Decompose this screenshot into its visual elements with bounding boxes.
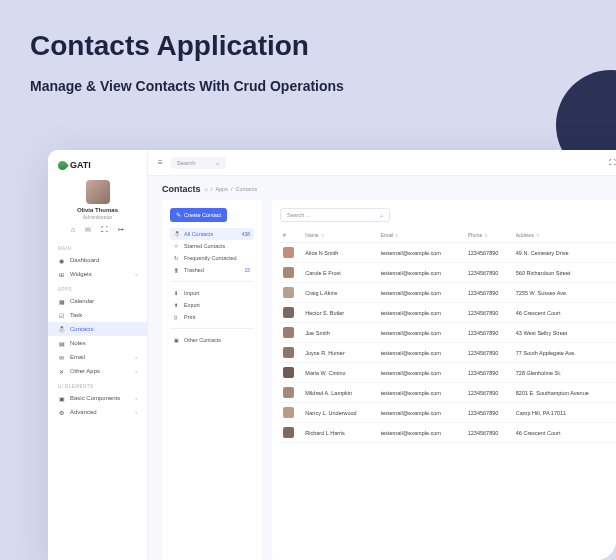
cell-phone: 1234567890 <box>465 383 513 403</box>
folder-icon: ▣ <box>174 337 180 343</box>
cell-phone: 1234567890 <box>465 343 513 363</box>
filter-starred[interactable]: ☆Starred Contacts <box>170 240 254 252</box>
import-icon: ⬇ <box>174 290 180 296</box>
table-row[interactable]: Maria W. Ciminotestemail@example.com1234… <box>280 363 616 383</box>
search-placeholder: Search… <box>287 212 310 218</box>
widgets-icon: ⊞ <box>58 271 65 278</box>
filter-label: Starred Contacts <box>184 243 225 249</box>
user-icon[interactable]: ⌂ <box>71 226 75 234</box>
filter-import[interactable]: ⬇Import <box>170 287 254 299</box>
nav-contacts[interactable]: ⛄Contacts <box>48 322 147 336</box>
nav-advanced[interactable]: ⚙Advanced› <box>48 405 147 419</box>
cell-phone: 1234567890 <box>465 423 513 443</box>
table-row[interactable]: Craig L Akinstestemail@example.com123456… <box>280 283 616 303</box>
export-icon: ⬆ <box>174 302 180 308</box>
top-search[interactable]: Search ⌕ <box>171 157 226 169</box>
cell-phone: 1234567890 <box>465 263 513 283</box>
nav-section-ui: UI ELEMENTS <box>48 378 147 391</box>
nav-widgets[interactable]: ⊞Widgets› <box>48 267 147 281</box>
nav-basic-components[interactable]: ▣Basic Components› <box>48 391 147 405</box>
crumb-home[interactable]: ⌂ <box>205 186 208 192</box>
hamburger-icon[interactable]: ≡ <box>158 158 163 167</box>
page-title: Contacts <box>162 184 201 194</box>
calendar-icon: ▦ <box>58 298 65 305</box>
profile-name: Olivia Thomas <box>48 207 147 213</box>
col-email[interactable]: Email⇅ <box>378 228 465 243</box>
contacts-icon: ⛄ <box>58 326 65 333</box>
nav-label: Email <box>70 354 85 360</box>
col-address[interactable]: Address⇅ <box>513 228 616 243</box>
nav-notes[interactable]: ▤Notes <box>48 336 147 350</box>
filter-count: 438 <box>242 231 250 237</box>
cell-name: Maria W. Cimino <box>302 363 377 383</box>
nav-label: Widgets <box>70 271 92 277</box>
table-row[interactable]: Mildred A. Lampkintestemail@example.com1… <box>280 383 616 403</box>
filter-label: Import <box>184 290 200 296</box>
nav-dashboard[interactable]: ◉Dashboard <box>48 253 147 267</box>
breadcrumb: ⌂ / Apps / Contacts <box>205 186 258 192</box>
nav-task[interactable]: ☑Task <box>48 308 147 322</box>
star-icon: ☆ <box>174 243 180 249</box>
contacts-table-panel: Search… ⌕ # Name⇅ Email⇅ Phone⇅ Address⇅… <box>272 200 616 560</box>
cell-address: 77 South Applegate Ave. <box>513 343 616 363</box>
nav-email[interactable]: ✉Email› <box>48 350 147 364</box>
create-contact-button[interactable]: ✎ Create Contact <box>170 208 227 222</box>
filter-frequent[interactable]: ↻Frequently Contacted <box>170 252 254 264</box>
apps-icon: ✕ <box>58 368 65 375</box>
col-phone[interactable]: Phone⇅ <box>465 228 513 243</box>
cell-address: 46 Crescent Court <box>513 423 616 443</box>
filter-trashed[interactable]: 🗑Trashed15 <box>170 264 254 276</box>
avatar[interactable] <box>86 180 110 204</box>
hero-title: Contacts Application <box>30 30 309 62</box>
cell-email: testemail@example.com <box>378 423 465 443</box>
table-row[interactable]: Richard L Harristestemail@example.com123… <box>280 423 616 443</box>
profile: Olivia Thomas Administrator ⌂ ✉ ⛶ ↦ <box>48 176 147 240</box>
content-body: ✎ Create Contact ⛄All Contacts438 ☆Starr… <box>148 200 616 560</box>
table-row[interactable]: Hector S. Butlertestemail@example.com123… <box>280 303 616 323</box>
cell-email: testemail@example.com <box>378 303 465 323</box>
nav-label: Calendar <box>70 298 94 304</box>
cell-phone: 1234567890 <box>465 363 513 383</box>
nav-other-apps[interactable]: ✕Other Apps› <box>48 364 147 378</box>
topbar: ≡ Search ⌕ ⛶ ⊞ ✉ ♤ <box>148 150 616 176</box>
cell-address: 8201 E. Southampton Avenue <box>513 383 616 403</box>
cell-name: Nancy L. Underwood <box>302 403 377 423</box>
mail-icon[interactable]: ✉ <box>85 226 91 234</box>
sort-icon: ⇅ <box>536 233 539 238</box>
table-row[interactable]: Joe Smithtestemail@example.com1234567890… <box>280 323 616 343</box>
table-row[interactable]: Carole E Frosttestemail@example.com12345… <box>280 263 616 283</box>
lock-icon[interactable]: ⛶ <box>101 226 108 234</box>
cell-email: testemail@example.com <box>378 343 465 363</box>
logout-icon[interactable]: ↦ <box>118 226 124 234</box>
filter-print[interactable]: ⎙Print <box>170 311 254 323</box>
cell-email: testemail@example.com <box>378 243 465 263</box>
cell-address: 46 Crescent Court <box>513 303 616 323</box>
crumb-apps[interactable]: Apps <box>215 186 228 192</box>
nav-calendar[interactable]: ▦Calendar <box>48 294 147 308</box>
filter-other[interactable]: ▣Other Contacts <box>170 334 254 346</box>
search-icon: ⌕ <box>216 160 220 166</box>
cell-email: testemail@example.com <box>378 263 465 283</box>
cell-phone: 1234567890 <box>465 283 513 303</box>
nav-label: Other Apps <box>70 368 100 374</box>
col-num[interactable]: # <box>280 228 302 243</box>
cell-email: testemail@example.com <box>378 323 465 343</box>
table-row[interactable]: Joyce R. Huntertestemail@example.com1234… <box>280 343 616 363</box>
col-name[interactable]: Name⇅ <box>302 228 377 243</box>
filter-all[interactable]: ⛄All Contacts438 <box>170 228 254 240</box>
sidebar: GATI Olivia Thomas Administrator ⌂ ✉ ⛶ ↦… <box>48 150 148 560</box>
create-label: Create Contact <box>184 212 221 218</box>
row-avatar <box>283 367 294 378</box>
notes-icon: ▤ <box>58 340 65 347</box>
cell-email: testemail@example.com <box>378 363 465 383</box>
cell-name: Joyce R. Hunter <box>302 343 377 363</box>
logo[interactable]: GATI <box>48 150 147 176</box>
expand-icon[interactable]: ⛶ <box>609 159 616 167</box>
filter-export[interactable]: ⬆Export <box>170 299 254 311</box>
logo-text: GATI <box>70 160 91 170</box>
table-search[interactable]: Search… ⌕ <box>280 208 390 222</box>
table-row[interactable]: Nancy L. Underwoodtestemail@example.com1… <box>280 403 616 423</box>
nav-section-apps: APPS <box>48 281 147 294</box>
table-row[interactable]: Alice N Smithtestemail@example.com123456… <box>280 243 616 263</box>
search-placeholder: Search <box>177 160 196 166</box>
